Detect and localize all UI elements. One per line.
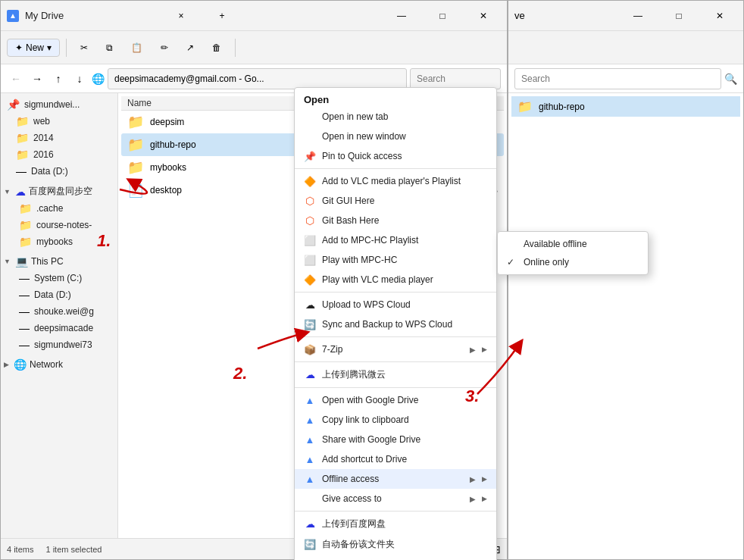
recent-btn[interactable]: ↓ [70, 70, 89, 88]
submenu-online-only[interactable]: ✓ Online only [498, 253, 648, 271]
item-selected: 1 item selected [45, 545, 102, 554]
bg-close-btn[interactable]: ✕ [702, 5, 737, 27]
sidebar-item-deepsim[interactable]: — deepsimacade [1, 320, 117, 336]
ctx-play-vlc[interactable]: 🔶 Play with VLC media player [295, 270, 496, 289]
sidebar-label-network: Network [30, 359, 63, 370]
ctx-git-bash[interactable]: ⬡ Git Bash Here [295, 211, 496, 230]
sidebar-item-web[interactable]: 📁 web [1, 113, 117, 130]
ctx-play-mpc[interactable]: ⬜ Play with MPC-HC [295, 250, 496, 270]
ctx-baidu-move[interactable]: 📂 移动至同步空间 [295, 555, 496, 560]
sidebar-label-data-d: Data (D:) [31, 166, 68, 177]
sidebar-item-sigmundwei73[interactable]: — sigmundwei73 [1, 336, 117, 353]
ctx-mpc-playlist[interactable]: ⬜ Add to MPC-HC Playlist [295, 230, 496, 250]
back-btn[interactable]: ← [7, 70, 25, 88]
address-input[interactable] [108, 68, 407, 89]
share-btn[interactable]: ↗ [179, 39, 202, 56]
sidebar-group-network[interactable]: ▶ 🌐 Network [1, 356, 117, 373]
bg-maximize-btn[interactable]: □ [661, 5, 696, 27]
ctx-sync-wps[interactable]: 🔄 Sync and Backup to WPS Cloud [295, 314, 496, 334]
drive-c-icon: — [19, 272, 30, 284]
cloud-sigmundwei73-icon: — [19, 339, 30, 351]
folder-course-icon: 📁 [19, 219, 32, 231]
sidebar-item-data-d[interactable]: — Data (D:) [1, 163, 117, 180]
offline-arrow-icon: ▶ [470, 475, 476, 483]
ctx-share-gdrive[interactable]: ▲ Share with Google Drive [295, 430, 496, 449]
context-menu: Open Open in new tab Open in new window … [294, 87, 497, 560]
ctx-offline-access[interactable]: ▲ Offline access ▶ [295, 469, 496, 489]
sidebar-label-2014: 2014 [33, 133, 54, 143]
sidebar-item-shouke[interactable]: — shouke.wei@g [1, 303, 117, 320]
ctx-baidu-upload[interactable]: ☁ 上传到百度网盘 [295, 514, 496, 534]
new-chevron-icon: ▾ [47, 42, 52, 53]
sidebar-item-course[interactable]: 📁 course-notes- [1, 217, 117, 233]
tencent-icon: ☁ [304, 369, 316, 381]
cut-btn[interactable]: ✂ [73, 39, 95, 56]
baidu-backup-icon: 🔄 [304, 539, 316, 551]
new-button[interactable]: ✦ New ▾ [7, 39, 60, 57]
ctx-sep-2 [295, 292, 496, 293]
folder-cache-icon: 📁 [19, 202, 32, 214]
submenu-available-offline[interactable]: Available offline [498, 235, 648, 253]
open-window-icon [304, 130, 316, 142]
minimize-btn[interactable]: — [384, 5, 419, 27]
cloud-shouke-icon: — [19, 305, 30, 318]
sidebar-label-cache: .cache [36, 203, 63, 214]
ctx-git-gui[interactable]: ⬡ Git GUI Here [295, 191, 496, 211]
sidebar-group-thispc[interactable]: ▼ 💻 This PC [1, 253, 117, 270]
ctx-copy-link[interactable]: ▲ Copy link to clipboard [295, 410, 496, 430]
sidebar-item-pinned[interactable]: 📌 sigmundwei... [1, 96, 117, 113]
rename-btn[interactable]: ✏ [153, 39, 176, 56]
ctx-baidu-backup[interactable]: 🔄 自动备份该文件夹 [295, 534, 496, 555]
bg-title: ve [514, 10, 614, 21]
sidebar-item-data-d2[interactable]: — Data (D:) [1, 286, 117, 303]
new-plus-icon: ✦ [15, 42, 23, 53]
toolbar-separator-1 [66, 39, 67, 57]
folder-github-icon: 📁 [127, 136, 144, 153]
sidebar-label-thispc: This PC [31, 256, 64, 267]
paste-btn[interactable]: 📋 [123, 39, 150, 56]
network-icon: 🌐 [14, 358, 27, 371]
maximize-btn[interactable]: □ [425, 5, 460, 27]
copy-btn[interactable]: ⧉ [98, 39, 120, 56]
bg-selected-name: github-repo [539, 102, 585, 112]
sidebar-item-system-c[interactable]: — System (C:) [1, 270, 117, 286]
ctx-open-new-window[interactable]: Open in new window [295, 127, 496, 146]
thispc-arrow-icon: ▼ [4, 258, 11, 265]
ctx-sep-5 [295, 387, 496, 388]
address-icon: 🌐 [92, 73, 105, 85]
bg-selected-row[interactable]: 📁 github-repo [511, 96, 740, 117]
bg-search-icon: 🔍 [724, 73, 737, 85]
play-mpc-icon: ⬜ [304, 254, 316, 266]
sidebar-item-mybooks[interactable]: 📁 mybooks [1, 233, 117, 250]
bg-minimize-btn[interactable]: — [621, 5, 655, 27]
new-tab-btn[interactable]: + [205, 5, 239, 27]
baidu-arrow-icon: ▼ [4, 188, 11, 196]
ctx-sep-1 [295, 168, 496, 169]
bg-search-input[interactable] [514, 68, 721, 89]
ctx-vlc-playlist[interactable]: 🔶 Add to VLC media player's Playlist [295, 171, 496, 191]
ctx-give-access[interactable]: Give access to ▶ [295, 489, 496, 508]
forward-btn[interactable]: → [28, 70, 46, 88]
close-btn[interactable]: ✕ [466, 5, 501, 27]
bg-address-bar: 🔍 [508, 64, 743, 93]
delete-btn[interactable]: 🗑 [205, 39, 229, 56]
search-input[interactable] [410, 68, 501, 89]
ctx-tencent[interactable]: ☁ 上传到腾讯微云 [295, 364, 496, 385]
sidebar-item-2014[interactable]: 📁 2014 [1, 130, 117, 146]
bg-file-area: 📁 github-repo [508, 93, 743, 120]
ctx-7zip[interactable]: 📦 7-Zip ▶ [295, 339, 496, 359]
sidebar-item-2016[interactable]: 📁 2016 [1, 146, 117, 163]
up-btn[interactable]: ↑ [49, 70, 67, 88]
ctx-pin-quick[interactable]: 📌 Pin to Quick access [295, 146, 496, 166]
gdrive-copy-icon: ▲ [304, 414, 316, 426]
ctx-upload-wps[interactable]: ☁ Upload to WPS Cloud [295, 295, 496, 314]
ctx-gdrive-open[interactable]: ▲ Open with Google Drive [295, 390, 496, 410]
sidebar-group-baidu[interactable]: ▼ ☁ 百度网盘同步空 [1, 183, 117, 200]
sidebar-label-shouke: shouke.wei@g [34, 306, 94, 317]
baidu-upload-icon: ☁ [304, 518, 316, 530]
tab-close-btn[interactable]: × [164, 5, 199, 27]
sidebar-item-cache[interactable]: 📁 .cache [1, 200, 117, 217]
ctx-open-new-tab[interactable]: Open in new tab [295, 107, 496, 127]
folder-mybooks2-icon: 📁 [127, 159, 144, 176]
ctx-add-shortcut[interactable]: ▲ Add shortcut to Drive [295, 449, 496, 469]
